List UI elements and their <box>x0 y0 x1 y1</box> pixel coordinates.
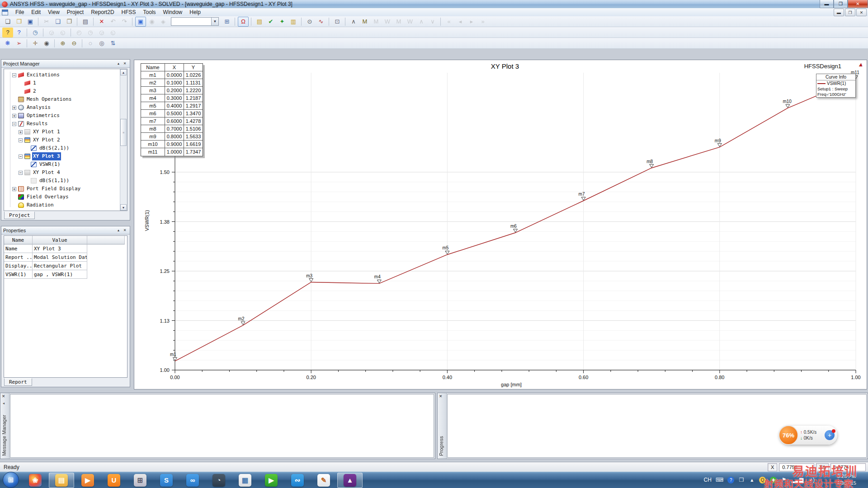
mdi-close-button[interactable]: ✕ <box>856 9 867 16</box>
tree-expander-icon[interactable]: − <box>12 122 16 126</box>
marker-peak-button[interactable]: ∧ <box>348 17 359 27</box>
menu-help[interactable]: Help <box>186 9 204 16</box>
app-gauge-monitor[interactable]: ◔ <box>206 473 231 488</box>
selection-combo[interactable]: ▼ <box>171 17 219 26</box>
app-image-viewer[interactable]: ▦ <box>232 473 258 488</box>
paste-button[interactable]: ❐ <box>64 17 75 27</box>
orient-view-button[interactable]: ⇅ <box>108 38 118 48</box>
menu-window[interactable]: Window <box>160 9 186 16</box>
tree-expander-icon[interactable]: − <box>19 138 23 142</box>
add-download-button[interactable]: + <box>825 430 835 440</box>
tree-item-xy-plot-3[interactable]: −XY Plot 3 <box>4 152 127 160</box>
tree-item-port-field-display[interactable]: +Port Field Display <box>4 185 127 193</box>
zoom-in-button[interactable]: ⊕ <box>57 38 68 48</box>
add-solution-setup-button[interactable]: ▤ <box>254 17 265 27</box>
app-baidu-cloud[interactable]: ∾ <box>285 473 310 488</box>
tree-expander-icon[interactable]: + <box>12 187 16 191</box>
menu-hfss[interactable]: HFSS <box>118 9 140 16</box>
keyboard-icon[interactable]: ⌨ <box>716 477 723 483</box>
save-button[interactable]: ▣ <box>25 17 36 27</box>
curve-info-legend[interactable]: Curve Info VSWR(1) Setup1 : Sweep Freq='… <box>816 74 856 98</box>
zoom-report-button[interactable]: ⊙ <box>304 17 315 27</box>
tree-expander-icon[interactable]: + <box>19 130 23 134</box>
zoom-window-button[interactable]: ◌ <box>85 38 96 48</box>
language-indicator[interactable]: CH <box>703 477 711 483</box>
app-potplayer[interactable]: ▶ <box>259 473 284 488</box>
menu-report2d[interactable]: Report2D <box>87 9 118 16</box>
marker-max-button[interactable]: M <box>359 17 370 27</box>
menu-edit[interactable]: Edit <box>28 9 44 16</box>
mdi-restore-button[interactable]: ❐ <box>845 9 855 16</box>
app-uc-browser[interactable]: U <box>101 473 127 488</box>
context-help-button[interactable]: ? <box>14 28 24 38</box>
tree-item-1[interactable]: 1 <box>4 79 127 87</box>
start-button[interactable]: ⊞ <box>3 472 19 488</box>
panel-close-icon[interactable]: ✕ <box>439 394 443 399</box>
create-report-button[interactable]: ∿ <box>316 17 326 27</box>
tree-item-db-s-1-1[interactable]: dB(S(1,1)) <box>4 177 127 185</box>
app-sogou-input[interactable]: S <box>154 473 179 488</box>
select-object-button[interactable]: ▣ <box>135 17 146 27</box>
copy-button[interactable]: ❑ <box>52 17 63 27</box>
taskbar-clock[interactable]: 3:28 PM 1/9/2015 <box>837 473 856 487</box>
app-windows-explorer[interactable]: ▤ <box>49 473 74 488</box>
help-topics-button[interactable]: ? <box>2 28 13 38</box>
app-360-safety[interactable]: ❀ <box>23 473 48 488</box>
zoom-out-button[interactable]: ⊖ <box>69 38 80 48</box>
tree-expander-icon[interactable]: + <box>12 114 16 118</box>
app-media-player[interactable]: ▶ <box>75 473 100 488</box>
help-icon[interactable]: ? <box>727 477 734 483</box>
tab-report[interactable]: Report <box>4 378 32 386</box>
panel-collapse-icon[interactable]: ▴ <box>115 61 122 66</box>
scroll-up-icon[interactable]: ▲ <box>120 69 127 75</box>
tree-item-results[interactable]: −Results <box>4 120 127 128</box>
tree-item-xy-plot-4[interactable]: −XY Plot 4 <box>4 169 127 177</box>
safety-shield-icon[interactable]: ✚ <box>770 477 777 483</box>
tree-item-radiation[interactable]: Radiation <box>4 201 127 209</box>
tree-expander-icon[interactable]: + <box>12 106 16 110</box>
property-value[interactable]: Modal Solution Data <box>33 253 87 262</box>
tree-item-analysis[interactable]: +Analysis <box>4 103 127 112</box>
tab-project[interactable]: Project <box>4 211 35 219</box>
tree-expander-icon[interactable]: − <box>19 155 23 159</box>
property-value[interactable]: gap , VSWR(1) <box>33 270 87 279</box>
menu-file[interactable]: File <box>12 9 28 16</box>
print-button[interactable]: ▤ <box>80 17 91 27</box>
fit-view-button[interactable]: ◎ <box>96 38 107 48</box>
show-hidden-icons[interactable]: ▴ <box>749 477 755 483</box>
app-calculator[interactable]: ⊞ <box>127 473 153 488</box>
open-button[interactable]: ❒ <box>14 17 24 27</box>
minimize-button[interactable]: ▬ <box>820 0 834 8</box>
scroll-down-icon[interactable]: ▼ <box>120 204 127 211</box>
panel-close-icon[interactable]: ✕ <box>122 228 128 233</box>
analyze-all-button[interactable]: ✦ <box>277 17 288 27</box>
copy-image-button[interactable]: ⊡ <box>332 17 343 27</box>
app-ansys-hfss[interactable]: ▲ <box>337 473 363 488</box>
close-button[interactable]: ✕ <box>848 0 868 8</box>
dynamic-zoom-button[interactable]: ◉ <box>41 38 52 48</box>
tree-item-xy-plot-2[interactable]: −XY Plot 2 <box>4 136 127 144</box>
menu-tools[interactable]: Tools <box>140 9 160 16</box>
marker-m3-icon[interactable] <box>309 279 313 282</box>
tree-item-xy-plot-1[interactable]: +XY Plot 1 <box>4 128 127 136</box>
pan-button[interactable]: ✛ <box>30 38 41 48</box>
solution-data-button[interactable]: ▥ <box>288 17 299 27</box>
panel-close-icon[interactable]: ✕ <box>2 394 5 399</box>
window-switch-icon[interactable]: ❒ <box>738 477 745 483</box>
tree-item-mesh-operations[interactable]: Mesh Operations <box>4 95 127 103</box>
app-link-loop[interactable]: ∞ <box>180 473 205 488</box>
combo-dropdown-icon[interactable]: ▼ <box>211 18 218 25</box>
property-value[interactable]: XY Plot 3 <box>33 244 87 253</box>
network-flag-icon[interactable]: ⚑ <box>781 477 787 483</box>
marker-m8-icon[interactable] <box>650 164 654 168</box>
menu-view[interactable]: View <box>44 9 63 16</box>
property-value[interactable]: Rectangular Plot <box>33 262 87 270</box>
panel-collapse-icon[interactable]: ▴ <box>115 228 122 233</box>
qq-icon[interactable]: Q <box>759 477 766 483</box>
solve-loop-button[interactable]: ◷ <box>30 28 41 38</box>
menu-project[interactable]: Project <box>63 9 87 16</box>
tree-item-optimetrics[interactable]: +Optimetrics <box>4 112 127 120</box>
solution-type-button[interactable]: Ω <box>238 17 249 27</box>
tree-item-vswr-1[interactable]: VSWR(1) <box>4 160 127 169</box>
validate-check-button[interactable]: ❋ <box>2 38 13 48</box>
